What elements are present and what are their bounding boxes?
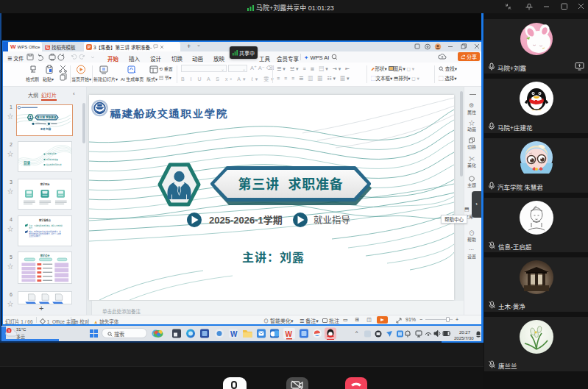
svg-text:W: W bbox=[230, 330, 238, 338]
svg-text:能利用就业伪劣信息判别能力，提升个人对就: 能利用就业伪劣信息判别能力，提升个人对就 bbox=[29, 232, 62, 235]
svg-text:目录: 目录 bbox=[24, 160, 31, 165]
svg-text:W: W bbox=[286, 330, 293, 338]
svg-text:业信息运用能力.: 业信息运用能力. bbox=[29, 235, 41, 238]
svg-text:教学设计: 教学设计 bbox=[40, 254, 51, 257]
svg-text:教学目标: 教学目标 bbox=[40, 182, 51, 186]
svg-text:3: 3 bbox=[8, 329, 10, 333]
svg-text:难点：掌握就业有关伪劣信息判别的能力，并: 难点：掌握就业有关伪劣信息判别的能力，并 bbox=[29, 230, 62, 233]
svg-text:努力.: 努力. bbox=[29, 226, 33, 229]
svg-text:企业选拔简历的标准: 企业选拔简历的标准 bbox=[46, 163, 62, 166]
svg-text:2025-2026-1学期: 2025-2026-1学期 bbox=[209, 215, 283, 226]
svg-text:重点：了解就业形势选择就业，做到心中有数并: 重点：了解就业形势选择就业，做到心中有数并 bbox=[29, 224, 63, 227]
svg-text:简历制作的准备: 简历制作的准备 bbox=[46, 158, 59, 161]
svg-text:第三讲 求职准备: 第三讲 求职准备 bbox=[238, 176, 343, 192]
svg-text:就业指导: 就业指导 bbox=[314, 215, 350, 226]
svg-text:主讲：刘露: 主讲：刘露 bbox=[242, 251, 305, 264]
svg-text:20:27: 20:27 bbox=[459, 330, 471, 335]
svg-text:福建船政交通职业学院: 福建船政交通职业学院 bbox=[110, 106, 227, 121]
svg-text:2025/7/30: 2025/7/30 bbox=[454, 336, 474, 340]
svg-text:主讲 刘露: 主讲 刘露 bbox=[40, 127, 52, 131]
svg-text:教学重难点: 教学重难点 bbox=[39, 218, 52, 222]
